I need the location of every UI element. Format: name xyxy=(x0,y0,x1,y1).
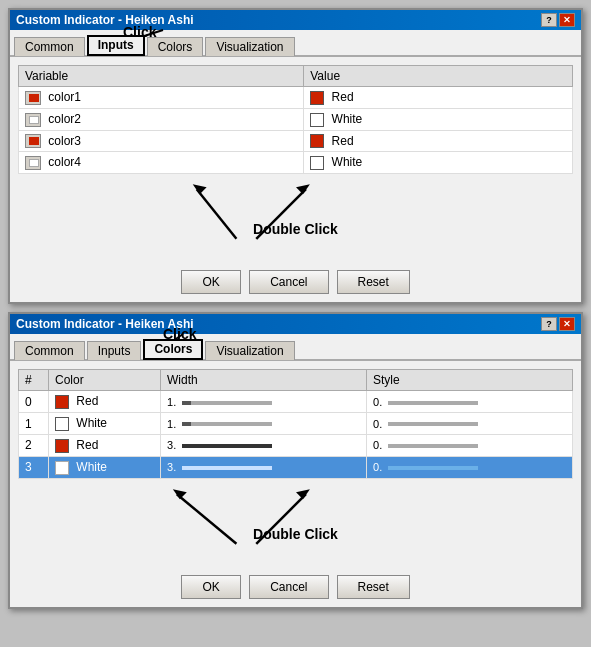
variable-label-2: color2 xyxy=(48,112,81,126)
svg-line-0 xyxy=(197,189,237,239)
table-row[interactable]: color1 Red xyxy=(19,87,573,109)
title-bar-buttons-2: ? ✕ xyxy=(541,317,575,331)
row-width-0: 1. xyxy=(161,391,367,413)
col-variable: Variable xyxy=(19,66,304,87)
width-slider-3[interactable] xyxy=(182,466,272,470)
row-color-3: White xyxy=(49,456,161,478)
folder-icon-4 xyxy=(25,156,41,170)
tab-visualization-2[interactable]: Visualization xyxy=(205,341,294,360)
table-row[interactable]: 1 White 1. 0. xyxy=(19,413,573,435)
tab-colors-1[interactable]: Colors xyxy=(147,37,204,56)
color-swatch-d2-1 xyxy=(55,417,69,431)
ok-button-2[interactable]: OK xyxy=(181,575,241,599)
value-cell-2: White xyxy=(304,108,573,130)
variable-label-1: color1 xyxy=(48,90,81,104)
dialog2-wrapper: Custom Indicator - Heiken Ashi ? ✕ Commo… xyxy=(8,312,583,608)
row-color-1: White xyxy=(49,413,161,435)
row-style-3: 0. xyxy=(367,456,573,478)
table-row-highlighted[interactable]: 3 White 3. 0. xyxy=(19,456,573,478)
inputs-table: Variable Value color1 xyxy=(18,65,573,174)
title-bar-2: Custom Indicator - Heiken Ashi ? ✕ xyxy=(10,314,581,334)
dialog1-content: Variable Value color1 xyxy=(10,57,581,262)
color-swatch-2 xyxy=(310,113,324,127)
svg-marker-9 xyxy=(296,489,310,499)
dialog1-title: Custom Indicator - Heiken Ashi xyxy=(16,13,194,27)
arrow-svg-1 xyxy=(18,174,573,254)
double-click-label-2: Double Click xyxy=(253,526,338,542)
dialog1: Custom Indicator - Heiken Ashi ? ✕ Commo… xyxy=(8,8,583,304)
table-row[interactable]: 2 Red 3. 0. xyxy=(19,434,573,456)
col-width: Width xyxy=(161,370,367,391)
tabs-2: Common Inputs Colors Visualization xyxy=(10,334,581,361)
color-swatch-d2-3 xyxy=(55,461,69,475)
tab-inputs-2[interactable]: Inputs xyxy=(87,341,142,360)
style-slider-3[interactable] xyxy=(388,466,478,470)
tab-inputs-1[interactable]: Inputs xyxy=(87,35,145,56)
width-slider-1[interactable] xyxy=(182,422,272,426)
title-bar-1: Custom Indicator - Heiken Ashi ? ✕ xyxy=(10,10,581,30)
tab-visualization-1[interactable]: Visualization xyxy=(205,37,294,56)
reset-button-2[interactable]: Reset xyxy=(337,575,410,599)
value-label-3: Red xyxy=(332,134,354,148)
dialog2-title: Custom Indicator - Heiken Ashi xyxy=(16,317,194,331)
style-slider-2[interactable] xyxy=(388,444,478,448)
svg-marker-3 xyxy=(296,185,310,195)
annotation-area-1: Double Click xyxy=(18,174,573,254)
value-label-2: White xyxy=(332,112,363,126)
row-style-1: 0. xyxy=(367,413,573,435)
col-style: Style xyxy=(367,370,573,391)
folder-icon-3 xyxy=(25,134,41,148)
row-num-3: 3 xyxy=(19,456,49,478)
variable-cell-4: color4 xyxy=(19,152,304,174)
color-swatch-1 xyxy=(310,91,324,105)
close-button-1[interactable]: ✕ xyxy=(559,13,575,27)
arrow-svg-2 xyxy=(18,479,573,559)
help-button-2[interactable]: ? xyxy=(541,317,557,331)
svg-line-6 xyxy=(177,494,237,544)
table-row[interactable]: color3 Red xyxy=(19,130,573,152)
reset-button-1[interactable]: Reset xyxy=(337,270,410,294)
ok-button-1[interactable]: OK xyxy=(181,270,241,294)
double-click-label-1: Double Click xyxy=(253,221,338,237)
dialog2-content: # Color Width Style 0 Red 1. xyxy=(10,361,581,566)
tab-common-1[interactable]: Common xyxy=(14,37,85,56)
row-width-2: 3. xyxy=(161,434,367,456)
table-row[interactable]: color2 White xyxy=(19,108,573,130)
variable-cell-2: color2 xyxy=(19,108,304,130)
tab-common-2[interactable]: Common xyxy=(14,341,85,360)
row-num-2: 2 xyxy=(19,434,49,456)
title-bar-buttons-1: ? ✕ xyxy=(541,13,575,27)
close-button-2[interactable]: ✕ xyxy=(559,317,575,331)
color-swatch-4 xyxy=(310,156,324,170)
row-style-2: 0. xyxy=(367,434,573,456)
row-style-0: 0. xyxy=(367,391,573,413)
folder-icon-1 xyxy=(25,91,41,105)
tab-colors-2[interactable]: Colors xyxy=(143,339,203,360)
variable-cell-1: color1 xyxy=(19,87,304,109)
table-row[interactable]: color4 White xyxy=(19,152,573,174)
svg-marker-1 xyxy=(193,185,207,195)
tabs-1: Common Inputs Colors Visualization xyxy=(10,30,581,57)
cancel-button-1[interactable]: Cancel xyxy=(249,270,328,294)
color-swatch-d2-0 xyxy=(55,395,69,409)
row-num-1: 1 xyxy=(19,413,49,435)
style-slider-0[interactable] xyxy=(388,401,478,405)
variable-label-4: color4 xyxy=(48,155,81,169)
dialog1-wrapper: Custom Indicator - Heiken Ashi ? ✕ Commo… xyxy=(8,8,583,304)
value-cell-3: Red xyxy=(304,130,573,152)
folder-icon-2 xyxy=(25,113,41,127)
button-row-2: OK Cancel Reset xyxy=(10,567,581,607)
help-button-1[interactable]: ? xyxy=(541,13,557,27)
color-swatch-3 xyxy=(310,134,324,148)
style-slider-1[interactable] xyxy=(388,422,478,426)
variable-cell-3: color3 xyxy=(19,130,304,152)
width-slider-2[interactable] xyxy=(182,444,272,448)
value-cell-1: Red xyxy=(304,87,573,109)
dialog2: Custom Indicator - Heiken Ashi ? ✕ Commo… xyxy=(8,312,583,608)
table-row[interactable]: 0 Red 1. 0. xyxy=(19,391,573,413)
annotation-area-2: Double Click xyxy=(18,479,573,559)
width-slider-0[interactable] xyxy=(182,401,272,405)
cancel-button-2[interactable]: Cancel xyxy=(249,575,328,599)
row-color-2: Red xyxy=(49,434,161,456)
color-swatch-d2-2 xyxy=(55,439,69,453)
